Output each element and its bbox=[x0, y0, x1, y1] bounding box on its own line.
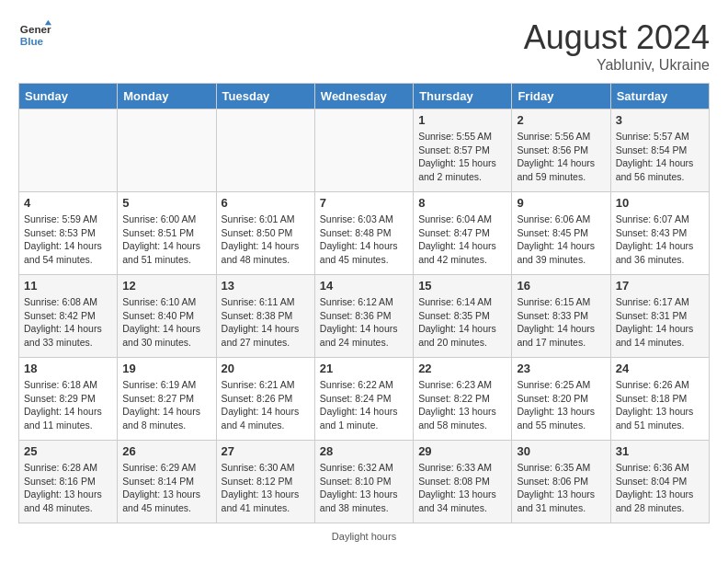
calendar-day-cell bbox=[19, 109, 118, 192]
calendar-day-header: Friday bbox=[512, 84, 610, 109]
day-number: 11 bbox=[24, 279, 112, 293]
day-info: Sunrise: 6:23 AMSunset: 8:22 PMDaylight:… bbox=[418, 378, 506, 432]
day-number: 23 bbox=[517, 362, 605, 375]
daylight-hours-label: Daylight hours bbox=[332, 531, 396, 542]
day-info: Sunrise: 6:28 AMSunset: 8:16 PMDaylight:… bbox=[24, 461, 112, 515]
day-info: Sunrise: 6:11 AMSunset: 8:38 PMDaylight:… bbox=[222, 295, 310, 350]
day-info: Sunrise: 6:14 AMSunset: 8:35 PMDaylight:… bbox=[418, 295, 506, 350]
day-number: 24 bbox=[616, 362, 704, 375]
day-info: Sunrise: 6:10 AMSunset: 8:40 PMDaylight:… bbox=[122, 295, 210, 350]
location: Yabluniv, Ukraine bbox=[524, 57, 710, 74]
footer: Daylight hours bbox=[18, 531, 710, 542]
calendar-day-header: Saturday bbox=[610, 84, 709, 109]
day-number: 25 bbox=[24, 444, 112, 458]
calendar-day-cell: 15Sunrise: 6:14 AMSunset: 8:35 PMDayligh… bbox=[414, 275, 512, 358]
calendar-day-cell: 12Sunrise: 6:10 AMSunset: 8:40 PMDayligh… bbox=[118, 275, 216, 358]
day-number: 6 bbox=[222, 196, 310, 210]
calendar-day-cell: 25Sunrise: 6:28 AMSunset: 8:16 PMDayligh… bbox=[19, 441, 118, 523]
calendar-day-cell bbox=[118, 109, 216, 192]
day-number: 3 bbox=[616, 113, 704, 127]
calendar-day-cell: 26Sunrise: 6:29 AMSunset: 8:14 PMDayligh… bbox=[118, 441, 216, 523]
calendar-day-cell bbox=[216, 109, 314, 192]
calendar-week-row: 11Sunrise: 6:08 AMSunset: 8:42 PMDayligh… bbox=[19, 275, 710, 358]
day-info: Sunrise: 6:19 AMSunset: 8:27 PMDaylight:… bbox=[122, 378, 210, 432]
day-number: 9 bbox=[517, 196, 605, 210]
calendar-day-cell: 10Sunrise: 6:07 AMSunset: 8:43 PMDayligh… bbox=[610, 192, 709, 275]
calendar-day-cell: 22Sunrise: 6:23 AMSunset: 8:22 PMDayligh… bbox=[414, 358, 512, 441]
day-info: Sunrise: 5:56 AMSunset: 8:56 PMDaylight:… bbox=[517, 130, 605, 184]
calendar-week-row: 18Sunrise: 6:18 AMSunset: 8:29 PMDayligh… bbox=[19, 358, 710, 441]
day-info: Sunrise: 6:06 AMSunset: 8:45 PMDaylight:… bbox=[517, 213, 605, 267]
day-info: Sunrise: 5:55 AMSunset: 8:57 PMDaylight:… bbox=[418, 130, 506, 184]
day-number: 27 bbox=[222, 444, 310, 458]
day-number: 12 bbox=[122, 279, 210, 293]
day-info: Sunrise: 6:29 AMSunset: 8:14 PMDaylight:… bbox=[122, 461, 210, 515]
month-year: August 2024 bbox=[524, 18, 710, 57]
calendar-day-cell: 24Sunrise: 6:26 AMSunset: 8:18 PMDayligh… bbox=[610, 358, 709, 441]
calendar-day-cell: 20Sunrise: 6:21 AMSunset: 8:26 PMDayligh… bbox=[216, 358, 314, 441]
day-number: 1 bbox=[418, 113, 506, 127]
day-info: Sunrise: 6:18 AMSunset: 8:29 PMDaylight:… bbox=[24, 378, 112, 432]
calendar-day-cell: 28Sunrise: 6:32 AMSunset: 8:10 PMDayligh… bbox=[314, 441, 413, 523]
calendar-day-cell: 7Sunrise: 6:03 AMSunset: 8:48 PMDaylight… bbox=[314, 192, 413, 275]
calendar-day-cell: 14Sunrise: 6:12 AMSunset: 8:36 PMDayligh… bbox=[314, 275, 413, 358]
day-number: 15 bbox=[418, 279, 506, 293]
day-info: Sunrise: 6:01 AMSunset: 8:50 PMDaylight:… bbox=[222, 213, 310, 267]
day-number: 5 bbox=[122, 196, 210, 210]
day-info: Sunrise: 6:21 AMSunset: 8:26 PMDaylight:… bbox=[222, 378, 310, 432]
day-number: 21 bbox=[320, 362, 408, 375]
day-info: Sunrise: 6:35 AMSunset: 8:06 PMDaylight:… bbox=[517, 461, 605, 515]
day-info: Sunrise: 6:03 AMSunset: 8:48 PMDaylight:… bbox=[320, 213, 408, 267]
calendar-day-cell: 2Sunrise: 5:56 AMSunset: 8:56 PMDaylight… bbox=[512, 109, 610, 192]
calendar-day-cell: 21Sunrise: 6:22 AMSunset: 8:24 PMDayligh… bbox=[314, 358, 413, 441]
day-info: Sunrise: 6:15 AMSunset: 8:33 PMDaylight:… bbox=[517, 295, 605, 350]
day-number: 19 bbox=[122, 362, 210, 375]
calendar-day-cell: 11Sunrise: 6:08 AMSunset: 8:42 PMDayligh… bbox=[19, 275, 118, 358]
day-number: 18 bbox=[24, 362, 112, 375]
calendar-day-cell: 13Sunrise: 6:11 AMSunset: 8:38 PMDayligh… bbox=[216, 275, 314, 358]
day-number: 10 bbox=[616, 196, 704, 210]
day-info: Sunrise: 6:33 AMSunset: 8:08 PMDaylight:… bbox=[418, 461, 506, 515]
calendar-header-row: SundayMondayTuesdayWednesdayThursdayFrid… bbox=[19, 84, 710, 109]
day-number: 22 bbox=[418, 362, 506, 375]
day-number: 8 bbox=[418, 196, 506, 210]
calendar-day-cell bbox=[314, 109, 413, 192]
calendar-day-cell: 3Sunrise: 5:57 AMSunset: 8:54 PMDaylight… bbox=[610, 109, 709, 192]
day-number: 26 bbox=[122, 444, 210, 458]
calendar-day-header: Sunday bbox=[19, 84, 118, 109]
title-block: August 2024 Yabluniv, Ukraine bbox=[524, 18, 710, 74]
day-info: Sunrise: 6:08 AMSunset: 8:42 PMDaylight:… bbox=[24, 295, 112, 350]
calendar-day-cell: 29Sunrise: 6:33 AMSunset: 8:08 PMDayligh… bbox=[414, 441, 512, 523]
day-number: 20 bbox=[222, 362, 310, 375]
day-info: Sunrise: 6:36 AMSunset: 8:04 PMDaylight:… bbox=[616, 461, 704, 515]
day-number: 31 bbox=[616, 444, 704, 458]
day-info: Sunrise: 6:17 AMSunset: 8:31 PMDaylight:… bbox=[616, 295, 704, 350]
calendar-day-cell: 9Sunrise: 6:06 AMSunset: 8:45 PMDaylight… bbox=[512, 192, 610, 275]
day-number: 30 bbox=[517, 444, 605, 458]
day-number: 14 bbox=[320, 279, 408, 293]
logo-icon: General Blue bbox=[18, 18, 51, 52]
day-number: 13 bbox=[222, 279, 310, 293]
day-number: 28 bbox=[320, 444, 408, 458]
day-number: 7 bbox=[320, 196, 408, 210]
svg-text:Blue: Blue bbox=[20, 35, 44, 47]
calendar-day-cell: 16Sunrise: 6:15 AMSunset: 8:33 PMDayligh… bbox=[512, 275, 610, 358]
calendar-day-header: Tuesday bbox=[216, 84, 314, 109]
calendar-day-header: Monday bbox=[118, 84, 216, 109]
day-number: 4 bbox=[24, 196, 112, 210]
calendar-day-cell: 27Sunrise: 6:30 AMSunset: 8:12 PMDayligh… bbox=[216, 441, 314, 523]
calendar-day-header: Wednesday bbox=[314, 84, 413, 109]
calendar-day-header: Thursday bbox=[414, 84, 512, 109]
day-info: Sunrise: 6:04 AMSunset: 8:47 PMDaylight:… bbox=[418, 213, 506, 267]
calendar-day-cell: 1Sunrise: 5:55 AMSunset: 8:57 PMDaylight… bbox=[414, 109, 512, 192]
calendar-day-cell: 4Sunrise: 5:59 AMSunset: 8:53 PMDaylight… bbox=[19, 192, 118, 275]
calendar-day-cell: 6Sunrise: 6:01 AMSunset: 8:50 PMDaylight… bbox=[216, 192, 314, 275]
calendar-day-cell: 19Sunrise: 6:19 AMSunset: 8:27 PMDayligh… bbox=[118, 358, 216, 441]
calendar-day-cell: 30Sunrise: 6:35 AMSunset: 8:06 PMDayligh… bbox=[512, 441, 610, 523]
day-number: 2 bbox=[517, 113, 605, 127]
calendar-week-row: 4Sunrise: 5:59 AMSunset: 8:53 PMDaylight… bbox=[19, 192, 710, 275]
day-number: 16 bbox=[517, 279, 605, 293]
logo: General Blue bbox=[18, 18, 51, 52]
day-number: 17 bbox=[616, 279, 704, 293]
day-info: Sunrise: 6:00 AMSunset: 8:51 PMDaylight:… bbox=[122, 213, 210, 267]
